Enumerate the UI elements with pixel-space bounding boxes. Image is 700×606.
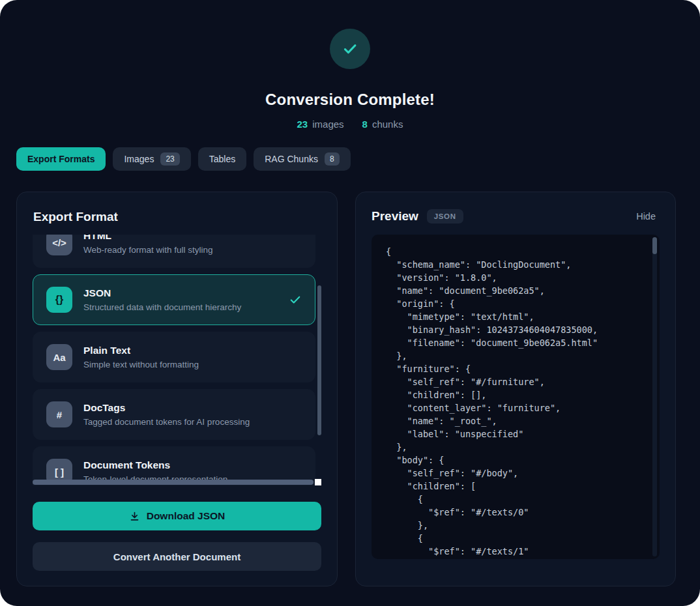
result-tabs: Export Formats Images 23 Tables RAG Chun…	[16, 147, 700, 171]
preview-title: Preview	[372, 209, 418, 224]
success-badge	[330, 29, 370, 69]
json-preview-content: { "schema_name": "DoclingDocument", "ver…	[386, 245, 645, 559]
convert-another-document-button[interactable]: Convert Another Document	[33, 542, 321, 571]
tab-tables[interactable]: Tables	[198, 147, 246, 171]
format-item-title: Plain Text	[83, 345, 199, 356]
images-label: images	[312, 119, 343, 130]
text-icon: Aa	[46, 344, 72, 370]
tab-images-label: Images	[124, 154, 154, 164]
horizontal-scrollbar-thumb[interactable]	[33, 480, 314, 485]
format-item-doctags[interactable]: # DocTags Tagged document tokens for AI …	[33, 389, 315, 440]
format-item-description: Tagged document tokens for AI processing	[83, 417, 250, 427]
format-item-description: Simple text without formatting	[83, 360, 199, 369]
format-list: </> HTML Web-ready format with full styl…	[33, 235, 321, 485]
conversion-stats: 23 images 8 chunks	[0, 119, 700, 130]
preview-header: Preview JSON Hide	[372, 209, 660, 224]
convert-another-document-label: Convert Another Document	[113, 551, 241, 562]
hero-section: Conversion Complete! 23 images 8 chunks	[0, 0, 700, 130]
conversion-result-window: Conversion Complete! 23 images 8 chunks …	[0, 0, 700, 606]
tab-tables-label: Tables	[209, 154, 235, 164]
tab-images[interactable]: Images 23	[113, 147, 190, 171]
format-item-description: Structured data with document hierarchy	[83, 302, 241, 312]
hash-icon: #	[46, 401, 72, 427]
chunks-label: chunks	[372, 119, 403, 130]
format-list-vertical-scrollbar[interactable]	[317, 285, 321, 435]
format-item-title: DocTags	[83, 402, 250, 414]
preview-format-badge: JSON	[427, 209, 463, 224]
download-icon	[129, 511, 140, 522]
braces-icon: {}	[46, 287, 72, 313]
page-title: Conversion Complete!	[0, 91, 700, 109]
format-item-text: HTML Web-ready format with full styling	[83, 235, 213, 255]
format-item-text: DocTags Tagged document tokens for AI pr…	[83, 402, 250, 427]
preview-panel: Preview JSON Hide { "schema_name": "Docl…	[355, 192, 676, 586]
export-format-panel: Export Format </> HTML Web-ready format …	[16, 192, 338, 586]
tab-export-formats-label: Export Formats	[27, 154, 95, 164]
preview-scrollbar-thumb[interactable]	[652, 237, 657, 254]
tab-export-formats[interactable]: Export Formats	[16, 147, 106, 171]
download-json-button[interactable]: Download JSON	[33, 502, 321, 530]
chunks-count: 8	[362, 119, 368, 130]
format-item-title: JSON	[83, 287, 241, 299]
format-list-scroll: </> HTML Web-ready format with full styl…	[33, 235, 315, 485]
selected-check-icon	[289, 293, 302, 306]
chunks-stat: 8 chunks	[362, 119, 403, 130]
export-format-title: Export Format	[33, 210, 321, 224]
format-item-plain-text[interactable]: Aa Plain Text Simple text without format…	[33, 332, 315, 382]
format-item-description: Web-ready format with full styling	[83, 245, 213, 255]
format-item-json[interactable]: {} JSON Structured data with document hi…	[33, 274, 315, 325]
tab-rag-chunks[interactable]: RAG Chunks 8	[254, 147, 350, 171]
format-item-html[interactable]: </> HTML Web-ready format with full styl…	[33, 235, 315, 268]
tab-rag-chunks-label: RAG Chunks	[265, 154, 318, 164]
format-item-text: Plain Text Simple text without formattin…	[83, 345, 199, 369]
format-list-horizontal-scrollbar[interactable]	[33, 479, 321, 485]
content-area: Export Format </> HTML Web-ready format …	[0, 171, 700, 586]
json-preview-code[interactable]: { "schema_name": "DoclingDocument", "ver…	[372, 235, 660, 559]
images-count: 23	[297, 119, 308, 130]
check-icon	[341, 40, 359, 58]
code-icon: </>	[46, 235, 72, 255]
tab-images-badge: 23	[160, 152, 179, 166]
preview-scrollbar-track[interactable]	[652, 237, 657, 556]
hide-preview-button[interactable]: Hide	[632, 210, 660, 222]
format-item-title: Document Tokens	[83, 459, 227, 471]
format-item-text: JSON Structured data with document hiera…	[83, 287, 241, 312]
format-item-title: HTML	[83, 235, 213, 242]
download-json-label: Download JSON	[147, 510, 226, 522]
scrollbar-corner	[315, 479, 321, 485]
images-stat: 23 images	[297, 119, 344, 130]
tab-rag-chunks-badge: 8	[325, 152, 340, 166]
